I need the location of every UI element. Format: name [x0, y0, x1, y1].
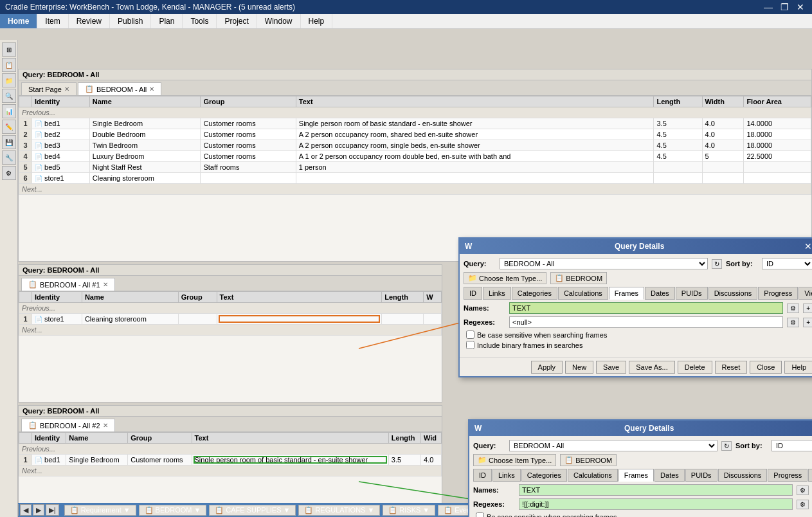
dialog-1-tab-discussions[interactable]: Discussions — [708, 287, 758, 300]
toolbar-btn-2[interactable]: 📋 — [2, 58, 16, 72]
bottom-tab-requirement[interactable]: 📋 Requirement ▼ — [64, 505, 136, 516]
toolbar-btn-4[interactable]: 🔍 — [2, 89, 16, 103]
menu-help[interactable]: Help — [301, 14, 333, 28]
dialog-2-regexes-input[interactable] — [519, 498, 793, 510]
dialog-2-tab-categories[interactable]: Categories — [521, 469, 567, 482]
dialog-2-case-sensitive-checkbox[interactable] — [476, 512, 484, 517]
dialog-2-regexes-settings-button[interactable]: ⚙ — [797, 500, 809, 509]
dialog-2-tab-view[interactable]: View — [808, 469, 812, 482]
dialog-2-names-settings-button[interactable]: ⚙ — [797, 485, 809, 495]
tab-bedroom-all-1[interactable]: 📋 BEDROOM - All #1 ✕ — [21, 278, 115, 291]
tab-bedroom-all-2[interactable]: 📋 BEDROOM - All #2 ✕ — [21, 419, 115, 431]
tab-bedroom-all-2-close[interactable]: ✕ — [103, 422, 108, 429]
toolbar-btn-7[interactable]: 💾 — [2, 135, 16, 149]
minimize-button[interactable]: — — [761, 2, 775, 12]
nav-last-button[interactable]: ▶| — [46, 504, 59, 516]
dialog-2-sortby-select[interactable]: ID — [771, 440, 812, 451]
dialog-1-apply-button[interactable]: Apply — [531, 361, 563, 374]
tab-bedroom-all[interactable]: 📋 BEDROOM - All ✕ — [78, 82, 161, 95]
close-button[interactable]: ✕ — [794, 2, 807, 12]
nav-next-button[interactable]: ▶ — [33, 504, 44, 516]
table-row[interactable]: 4 📄 bed4 Luxury Bedroom Customer rooms A… — [19, 151, 811, 162]
table-row[interactable]: 2 📄 bed2 Double Bedroom Customer rooms A… — [19, 129, 811, 140]
dialog-1-close-button[interactable]: Close — [750, 361, 782, 374]
menu-item[interactable]: Item — [37, 14, 68, 28]
table-row[interactable]: 1 📄 bed1 Single Bedroom Customer rooms S… — [19, 455, 442, 466]
mid-table-wrap[interactable]: Identity Name Group Text Length W Previo… — [19, 291, 442, 336]
tab-start-page-close[interactable]: ✕ — [64, 86, 69, 93]
dialog-1-tab-id[interactable]: ID — [464, 287, 482, 300]
dialog-1-refresh-button[interactable]: ↻ — [712, 259, 722, 269]
dialog-1-sortby-select[interactable]: ID — [762, 258, 812, 269]
table-row[interactable]: 5 📄 bed5 Night Staff Rest Staff rooms 1 … — [19, 162, 811, 173]
dialog-1-help-button[interactable]: Help — [784, 361, 812, 374]
dialog-1-save-button[interactable]: Save — [596, 361, 626, 374]
dialog-1-binary-checkbox[interactable] — [466, 341, 474, 349]
dialog-2-choose-item-type-button[interactable]: 📁 Choose Item Type... — [473, 454, 556, 466]
toolbar-btn-1[interactable]: ⊞ — [2, 42, 16, 57]
toolbar-btn-9[interactable]: ⚙ — [2, 166, 16, 180]
menu-publish[interactable]: Publish — [110, 14, 151, 28]
menu-home[interactable]: Home — [0, 14, 37, 28]
dialog-2-tab-calculations[interactable]: Calculations — [568, 469, 618, 482]
tab-bedroom-all-1-close[interactable]: ✕ — [103, 281, 108, 288]
table-row[interactable]: 6 📄 store1 Cleaning storeroom — [19, 173, 811, 184]
dialog-1-case-sensitive-checkbox[interactable] — [466, 331, 474, 339]
dialog-1-regexes-settings-button[interactable]: ⚙ — [787, 318, 799, 327]
dialog-1-choose-item-type-button[interactable]: 📁 Choose Item Type... — [464, 272, 546, 284]
menu-window[interactable]: Window — [257, 14, 301, 28]
dialog-2-names-input[interactable] — [519, 484, 793, 496]
dialog-1-names-settings-button[interactable]: ⚙ — [787, 304, 799, 313]
bottom-tab-requirement-dropdown[interactable]: ▼ — [123, 506, 131, 514]
dialog-1-close-button[interactable]: ✕ — [804, 241, 812, 251]
toolbar-btn-6[interactable]: ✏️ — [2, 120, 16, 134]
bottom-tab-bedroom[interactable]: 📋 BEDROOM ▼ — [139, 505, 207, 516]
dialog-1-tab-categories[interactable]: Categories — [512, 287, 557, 300]
menu-plan[interactable]: Plan — [151, 14, 183, 28]
dialog-1-tab-calculations[interactable]: Calculations — [558, 287, 608, 300]
bottom-tab-regulations[interactable]: 📋 REGULATIONS ▼ — [298, 505, 380, 516]
dialog-2-tab-discussions[interactable]: Discussions — [718, 469, 768, 482]
nav-prev-button[interactable]: ◀ — [20, 504, 32, 516]
tab-bedroom-all-close[interactable]: ✕ — [149, 86, 154, 93]
top-table-wrap[interactable]: Identity Name Group Text Length Width Fl… — [19, 96, 811, 195]
dialog-1-new-button[interactable]: New — [565, 361, 593, 374]
table-row[interactable]: 3 📄 bed3 Twin Bedroom Customer rooms A 2… — [19, 140, 811, 151]
dialog-1-delete-button[interactable]: Delete — [678, 361, 712, 374]
dialog-1-names-add-button[interactable]: + — [803, 304, 812, 313]
dialog-2-tab-progress[interactable]: Progress — [768, 469, 807, 482]
dialog-2-refresh-button[interactable]: ↻ — [721, 441, 732, 451]
toolbar-btn-3[interactable]: 📁 — [2, 73, 16, 87]
bottom-tab-risks-dropdown[interactable]: ▼ — [422, 506, 429, 514]
table-row[interactable]: 1 📄 bed1 Single Bedroom Customer rooms S… — [19, 118, 811, 129]
toolbar-btn-8[interactable]: 🔧 — [2, 150, 16, 165]
tab-start-page[interactable]: Start Page ✕ — [21, 82, 77, 95]
dialog-2-tab-puids[interactable]: PUIDs — [685, 469, 717, 482]
dialog-1-tab-puids[interactable]: PUIDs — [676, 287, 708, 300]
dialog-2-query-select[interactable]: BEDROOM - All — [509, 440, 717, 451]
bottom-tab-regulations-dropdown[interactable]: ▼ — [367, 506, 374, 514]
dialog-1-tab-links[interactable]: Links — [483, 287, 511, 300]
bottom-tab-cafe[interactable]: 📋 CAFE SUPPLIES ▼ — [209, 505, 296, 516]
maximize-button[interactable]: ❐ — [778, 2, 791, 12]
dialog-1-tab-view[interactable]: View — [798, 287, 812, 300]
dialog-1-tab-frames[interactable]: Frames — [609, 287, 644, 300]
toolbar-btn-5[interactable]: 📊 — [2, 104, 16, 118]
menu-project[interactable]: Project — [217, 14, 257, 28]
table-row[interactable]: 1 📄 store1 Cleaning storeroom — [19, 314, 442, 325]
dialog-1-query-select[interactable]: BEDROOM - All — [500, 258, 708, 269]
bottom-tab-bedroom-dropdown[interactable]: ▼ — [194, 506, 201, 514]
dialog-1-regexes-input[interactable] — [509, 316, 783, 328]
menu-tools[interactable]: Tools — [183, 14, 217, 28]
dialog-2-tab-id[interactable]: ID — [473, 469, 492, 482]
bot-table-wrap[interactable]: Identity Name Group Text Length Wid Prev… — [19, 432, 442, 476]
dialog-2-tab-dates[interactable]: Dates — [654, 469, 685, 482]
dialog-2-tab-frames[interactable]: Frames — [618, 469, 654, 482]
dialog-1-reset-button[interactable]: Reset — [715, 361, 748, 374]
dialog-1-save-as-button[interactable]: Save As... — [629, 361, 675, 374]
dialog-2-tab-links[interactable]: Links — [492, 469, 521, 482]
dialog-1-regexes-add-button[interactable]: + — [803, 318, 812, 327]
menu-review[interactable]: Review — [69, 14, 110, 28]
dialog-1-names-input[interactable] — [509, 302, 783, 314]
dialog-1-tab-dates[interactable]: Dates — [645, 287, 675, 300]
